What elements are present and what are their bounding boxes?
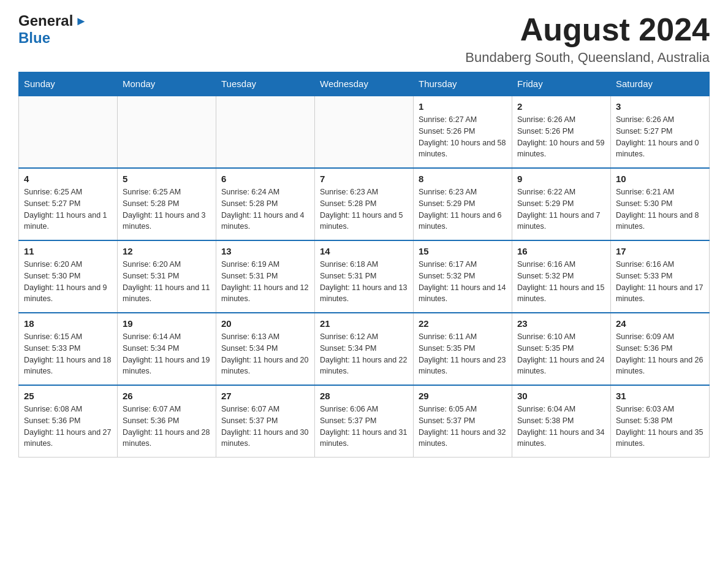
day-info: Sunrise: 6:09 AM Sunset: 5:36 PM Dayligh… <box>616 331 704 377</box>
calendar-cell <box>216 96 315 168</box>
day-info: Sunrise: 6:22 AM Sunset: 5:29 PM Dayligh… <box>517 186 605 232</box>
calendar-cell: 24Sunrise: 6:09 AM Sunset: 5:36 PM Dayli… <box>611 313 710 385</box>
calendar-week-row: 25Sunrise: 6:08 AM Sunset: 5:36 PM Dayli… <box>19 385 710 458</box>
day-number: 15 <box>419 246 507 256</box>
day-number: 31 <box>616 391 704 401</box>
day-info: Sunrise: 6:04 AM Sunset: 5:38 PM Dayligh… <box>517 404 605 450</box>
calendar-cell: 4Sunrise: 6:25 AM Sunset: 5:27 PM Daylig… <box>19 168 118 240</box>
day-info: Sunrise: 6:27 AM Sunset: 5:26 PM Dayligh… <box>419 114 507 160</box>
day-number: 10 <box>616 174 704 184</box>
day-number: 24 <box>616 318 704 329</box>
day-info: Sunrise: 6:11 AM Sunset: 5:35 PM Dayligh… <box>419 331 507 377</box>
day-info: Sunrise: 6:08 AM Sunset: 5:36 PM Dayligh… <box>24 404 112 450</box>
calendar-cell <box>19 96 118 168</box>
calendar-cell <box>315 96 414 168</box>
day-number: 23 <box>517 318 605 329</box>
day-info: Sunrise: 6:18 AM Sunset: 5:31 PM Dayligh… <box>320 259 408 305</box>
day-info: Sunrise: 6:10 AM Sunset: 5:35 PM Dayligh… <box>517 331 605 377</box>
calendar-week-row: 18Sunrise: 6:15 AM Sunset: 5:33 PM Dayli… <box>19 313 710 385</box>
page-header: General ► Blue August 2024 Bundaberg Sou… <box>18 12 710 66</box>
day-number: 28 <box>320 391 408 401</box>
day-number: 21 <box>320 318 408 329</box>
day-number: 22 <box>419 318 507 329</box>
calendar-cell: 30Sunrise: 6:04 AM Sunset: 5:38 PM Dayli… <box>512 385 611 458</box>
day-info: Sunrise: 6:24 AM Sunset: 5:28 PM Dayligh… <box>221 186 309 232</box>
month-title: August 2024 <box>465 12 710 47</box>
calendar-week-row: 1Sunrise: 6:27 AM Sunset: 5:26 PM Daylig… <box>19 96 710 168</box>
calendar-cell: 15Sunrise: 6:17 AM Sunset: 5:32 PM Dayli… <box>414 240 512 313</box>
day-info: Sunrise: 6:26 AM Sunset: 5:27 PM Dayligh… <box>616 114 704 160</box>
calendar-cell: 16Sunrise: 6:16 AM Sunset: 5:32 PM Dayli… <box>512 240 611 313</box>
day-number: 4 <box>24 174 112 184</box>
calendar-header-row: SundayMondayTuesdayWednesdayThursdayFrid… <box>19 72 710 96</box>
day-info: Sunrise: 6:07 AM Sunset: 5:37 PM Dayligh… <box>221 404 309 450</box>
day-info: Sunrise: 6:17 AM Sunset: 5:32 PM Dayligh… <box>419 259 507 305</box>
day-number: 16 <box>517 246 605 256</box>
weekday-header-thursday: Thursday <box>414 72 512 96</box>
logo-blue-text: Blue <box>18 29 50 46</box>
logo-general-text: General <box>18 12 73 29</box>
day-number: 13 <box>221 246 309 256</box>
weekday-header-wednesday: Wednesday <box>315 72 414 96</box>
day-number: 11 <box>24 246 112 256</box>
day-info: Sunrise: 6:15 AM Sunset: 5:33 PM Dayligh… <box>24 331 112 377</box>
day-info: Sunrise: 6:26 AM Sunset: 5:26 PM Dayligh… <box>517 114 605 160</box>
day-info: Sunrise: 6:12 AM Sunset: 5:34 PM Dayligh… <box>320 331 408 377</box>
day-number: 12 <box>123 246 211 256</box>
day-number: 17 <box>616 246 704 256</box>
calendar-cell: 13Sunrise: 6:19 AM Sunset: 5:31 PM Dayli… <box>216 240 315 313</box>
day-info: Sunrise: 6:14 AM Sunset: 5:34 PM Dayligh… <box>123 331 211 377</box>
calendar-cell: 9Sunrise: 6:22 AM Sunset: 5:29 PM Daylig… <box>512 168 611 240</box>
calendar-cell: 2Sunrise: 6:26 AM Sunset: 5:26 PM Daylig… <box>512 96 611 168</box>
logo-arrow-icon: ► <box>75 14 87 28</box>
calendar-cell: 7Sunrise: 6:23 AM Sunset: 5:28 PM Daylig… <box>315 168 414 240</box>
day-info: Sunrise: 6:23 AM Sunset: 5:28 PM Dayligh… <box>320 186 408 232</box>
day-number: 7 <box>320 174 408 184</box>
day-number: 1 <box>419 101 507 112</box>
calendar-cell: 5Sunrise: 6:25 AM Sunset: 5:28 PM Daylig… <box>118 168 216 240</box>
weekday-header-saturday: Saturday <box>611 72 710 96</box>
weekday-header-monday: Monday <box>118 72 216 96</box>
calendar-cell: 1Sunrise: 6:27 AM Sunset: 5:26 PM Daylig… <box>414 96 512 168</box>
day-number: 5 <box>123 174 211 184</box>
day-number: 29 <box>419 391 507 401</box>
day-info: Sunrise: 6:20 AM Sunset: 5:30 PM Dayligh… <box>24 259 112 305</box>
day-info: Sunrise: 6:16 AM Sunset: 5:32 PM Dayligh… <box>517 259 605 305</box>
calendar-cell <box>118 96 216 168</box>
logo: General ► Blue <box>18 12 87 47</box>
day-info: Sunrise: 6:05 AM Sunset: 5:37 PM Dayligh… <box>419 404 507 450</box>
day-number: 26 <box>123 391 211 401</box>
calendar-cell: 26Sunrise: 6:07 AM Sunset: 5:36 PM Dayli… <box>118 385 216 458</box>
calendar-cell: 6Sunrise: 6:24 AM Sunset: 5:28 PM Daylig… <box>216 168 315 240</box>
calendar-cell: 23Sunrise: 6:10 AM Sunset: 5:35 PM Dayli… <box>512 313 611 385</box>
day-number: 30 <box>517 391 605 401</box>
day-number: 14 <box>320 246 408 256</box>
calendar-cell: 18Sunrise: 6:15 AM Sunset: 5:33 PM Dayli… <box>19 313 118 385</box>
day-info: Sunrise: 6:21 AM Sunset: 5:30 PM Dayligh… <box>616 186 704 232</box>
day-number: 20 <box>221 318 309 329</box>
day-info: Sunrise: 6:07 AM Sunset: 5:36 PM Dayligh… <box>123 404 211 450</box>
day-number: 6 <box>221 174 309 184</box>
calendar-cell: 28Sunrise: 6:06 AM Sunset: 5:37 PM Dayli… <box>315 385 414 458</box>
title-block: August 2024 Bundaberg South, Queensland,… <box>465 12 710 66</box>
location-title: Bundaberg South, Queensland, Australia <box>465 50 710 66</box>
day-info: Sunrise: 6:06 AM Sunset: 5:37 PM Dayligh… <box>320 404 408 450</box>
day-number: 19 <box>123 318 211 329</box>
weekday-header-tuesday: Tuesday <box>216 72 315 96</box>
calendar-cell: 31Sunrise: 6:03 AM Sunset: 5:38 PM Dayli… <box>611 385 710 458</box>
day-number: 2 <box>517 101 605 112</box>
day-number: 9 <box>517 174 605 184</box>
calendar-cell: 20Sunrise: 6:13 AM Sunset: 5:34 PM Dayli… <box>216 313 315 385</box>
day-number: 18 <box>24 318 112 329</box>
calendar-week-row: 4Sunrise: 6:25 AM Sunset: 5:27 PM Daylig… <box>19 168 710 240</box>
calendar-cell: 10Sunrise: 6:21 AM Sunset: 5:30 PM Dayli… <box>611 168 710 240</box>
calendar-week-row: 11Sunrise: 6:20 AM Sunset: 5:30 PM Dayli… <box>19 240 710 313</box>
calendar-cell: 8Sunrise: 6:23 AM Sunset: 5:29 PM Daylig… <box>414 168 512 240</box>
calendar-cell: 29Sunrise: 6:05 AM Sunset: 5:37 PM Dayli… <box>414 385 512 458</box>
day-info: Sunrise: 6:16 AM Sunset: 5:33 PM Dayligh… <box>616 259 704 305</box>
day-number: 25 <box>24 391 112 401</box>
weekday-header-friday: Friday <box>512 72 611 96</box>
day-info: Sunrise: 6:25 AM Sunset: 5:27 PM Dayligh… <box>24 186 112 232</box>
calendar-cell: 22Sunrise: 6:11 AM Sunset: 5:35 PM Dayli… <box>414 313 512 385</box>
calendar-cell: 12Sunrise: 6:20 AM Sunset: 5:31 PM Dayli… <box>118 240 216 313</box>
